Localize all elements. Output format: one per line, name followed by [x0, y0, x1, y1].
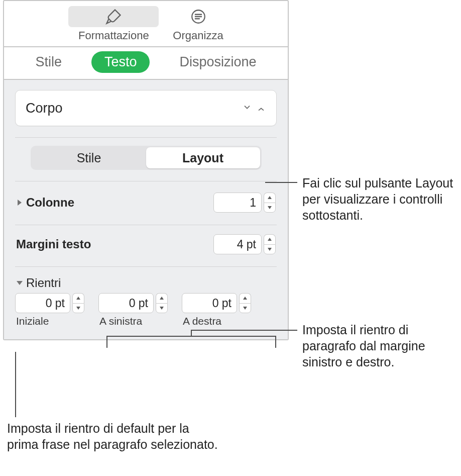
indent-first-label: Iniziale [16, 315, 49, 327]
topbar-format[interactable]: Formattazione [68, 6, 159, 42]
indent-first-input[interactable]: 0 pt [15, 293, 70, 313]
paragraph-style-value: Corpo [26, 101, 63, 116]
arrange-icon-wrap [183, 6, 213, 27]
indent-first-col: 0 pt Iniziale [15, 293, 84, 327]
svg-marker-4 [18, 200, 22, 206]
indent-left-stepper: 0 pt [98, 293, 168, 313]
columns-step-down[interactable] [264, 203, 276, 213]
topbar-arrange[interactable]: Organizza [173, 6, 223, 42]
callout-first: Imposta il rientro di default per la pri… [7, 420, 218, 452]
svg-marker-11 [76, 307, 80, 310]
indent-right-stepper: 0 pt [182, 293, 251, 313]
paragraph-style-select[interactable]: Corpo [15, 90, 277, 126]
arrange-icon [190, 8, 207, 25]
columns-step-up[interactable] [264, 193, 276, 203]
columns-stepper: 1 [213, 193, 276, 213]
indent-controls: 0 pt Iniziale 0 pt A sinistra [15, 293, 277, 327]
separator [15, 137, 277, 138]
tab-layout[interactable]: Disposizione [166, 51, 269, 73]
indent-right-col: 0 pt A destra [182, 293, 251, 327]
text-margins-input[interactable]: 4 pt [213, 234, 262, 254]
inspector-tabs: Stile Testo Disposizione [4, 47, 288, 80]
text-margins-row: Margini testo 4 pt [15, 231, 277, 257]
text-margins-step-up[interactable] [264, 234, 276, 244]
callout-line [265, 182, 297, 183]
callout-line [106, 336, 107, 348]
tab-text[interactable]: Testo [91, 51, 150, 73]
subtab-layout[interactable]: Layout [146, 147, 260, 168]
text-margins-step-down[interactable] [264, 244, 276, 255]
topbar-arrange-label: Organizza [173, 29, 223, 42]
inspector-panel: Formattazione Organizza Stile Testo Disp… [3, 0, 289, 340]
callout-line [106, 336, 276, 337]
indent-right-step-up[interactable] [239, 293, 251, 303]
svg-marker-14 [243, 297, 247, 300]
columns-row: Colonne 1 [15, 189, 277, 216]
svg-marker-6 [268, 206, 272, 209]
callout-layout: Fai clic sul pulsante Layout per visuali… [302, 175, 461, 223]
separator [15, 181, 277, 181]
svg-marker-15 [243, 307, 247, 310]
chevron-down-icon[interactable] [16, 280, 23, 286]
tab-style[interactable]: Stile [22, 51, 75, 73]
columns-label: Colonne [26, 196, 74, 210]
svg-marker-10 [76, 297, 80, 300]
indent-first-step-up[interactable] [72, 293, 84, 303]
text-inspector-body: Corpo Stile Layout Colonne 1 [4, 80, 288, 339]
svg-marker-8 [268, 248, 272, 251]
svg-marker-5 [268, 196, 272, 199]
chevron-down-icon [242, 101, 266, 116]
callout-line [191, 330, 297, 331]
svg-marker-13 [160, 307, 164, 310]
svg-marker-12 [160, 297, 164, 300]
subtab-style[interactable]: Stile [32, 147, 146, 168]
indent-left-step-down[interactable] [156, 303, 168, 314]
callout-line [15, 352, 16, 417]
indents-label: Rientri [26, 276, 61, 290]
indent-first-step-down[interactable] [72, 303, 84, 314]
indent-left-step-up[interactable] [156, 293, 168, 303]
separator [15, 225, 277, 225]
indents-row: Rientri [15, 273, 277, 290]
indent-first-stepper: 0 pt [15, 293, 84, 313]
chevron-right-icon[interactable] [16, 199, 23, 207]
columns-input[interactable]: 1 [213, 193, 262, 213]
paintbrush-icon [104, 8, 123, 26]
indent-right-label: A destra [183, 315, 221, 327]
indent-right-input[interactable]: 0 pt [182, 293, 237, 313]
separator [15, 266, 277, 267]
indent-left-input[interactable]: 0 pt [98, 293, 154, 313]
svg-marker-9 [17, 281, 23, 285]
indent-left-label: A sinistra [99, 315, 142, 327]
indent-right-step-down[interactable] [239, 303, 251, 314]
text-margins-stepper: 4 pt [213, 234, 276, 254]
topbar: Formattazione Organizza [4, 1, 288, 47]
callout-left-right: Imposta il rientro di paragrafo dal marg… [302, 322, 461, 370]
callout-line [275, 336, 276, 348]
format-icon-wrap [68, 6, 159, 27]
topbar-format-label: Formattazione [78, 29, 149, 42]
svg-marker-7 [268, 238, 272, 241]
indent-left-col: 0 pt A sinistra [98, 293, 168, 327]
text-subtabs: Stile Layout [31, 146, 262, 170]
text-margins-label: Margini testo [16, 237, 91, 251]
